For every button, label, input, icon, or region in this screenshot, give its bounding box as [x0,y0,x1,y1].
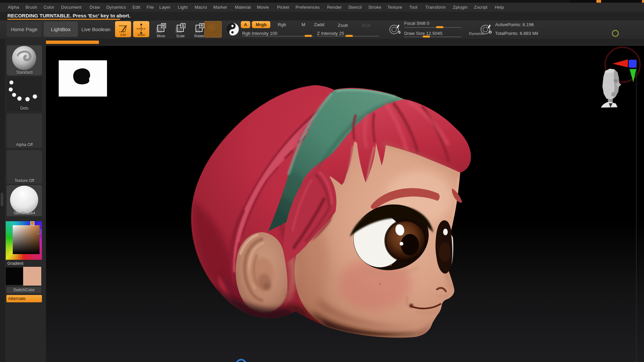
svg-text:S: S [398,30,400,34]
svg-text:R: R [201,24,203,27]
svg-text:D: D [489,30,492,34]
svg-text:M: M [162,24,165,27]
svg-text:S: S [182,24,184,27]
